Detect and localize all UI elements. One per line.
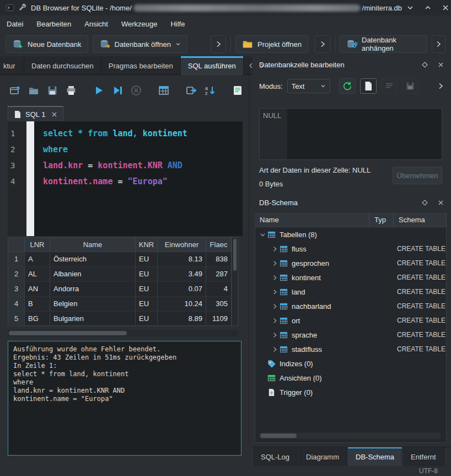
scrollbar-thumb[interactable]: [260, 434, 297, 438]
menu-item-bearbeiten[interactable]: Bearbeiten: [36, 20, 71, 28]
more-tools-button[interactable]: [437, 82, 444, 90]
menu-item-ansicht[interactable]: Ansicht: [84, 20, 108, 28]
new-database-button[interactable]: Neue Datenbank: [6, 35, 88, 53]
table-cell[interactable]: AL: [25, 267, 50, 282]
schema-item-land[interactable]: landCREATE TABLE: [255, 285, 447, 299]
mode-dropdown[interactable]: Text: [287, 79, 330, 93]
word-wrap-button[interactable]: [381, 78, 398, 94]
float-panel-icon[interactable]: [421, 199, 428, 206]
table-cell[interactable]: Bulgarien: [50, 312, 136, 327]
table-cell[interactable]: EU: [136, 267, 158, 282]
table-cell[interactable]: Andorra: [50, 282, 136, 297]
column-header-name[interactable]: Name: [50, 238, 136, 252]
toolbar-overflow-button-1[interactable]: [211, 35, 226, 53]
schema-item-gesprochen[interactable]: gesprochenCREATE TABLE: [255, 256, 447, 270]
close-button[interactable]: [441, 3, 450, 12]
open-project-button[interactable]: Projekt öffnen: [235, 35, 308, 53]
table-cell[interactable]: 305: [206, 297, 232, 312]
sort-button[interactable]: az: [203, 83, 217, 98]
scrollbar-thumb[interactable]: [9, 331, 127, 335]
close-panel-icon[interactable]: [437, 199, 444, 206]
execute-line-button[interactable]: [110, 83, 125, 98]
tab-ktur[interactable]: ktur: [0, 56, 24, 75]
maximize-button[interactable]: [423, 3, 432, 12]
attach-database-button[interactable]: Datenbank anhängen: [340, 35, 427, 53]
schema-item-kontinent[interactable]: kontinentCREATE TABLE: [255, 270, 447, 285]
dock-tab-sql-log[interactable]: SQL-Log: [253, 447, 298, 466]
scrollbar-thumb[interactable]: [233, 239, 237, 271]
save-sql-button[interactable]: [45, 83, 60, 98]
table-cell[interactable]: EU: [136, 282, 158, 297]
new-tab-button[interactable]: [8, 83, 22, 98]
schema-column-schema[interactable]: Schema: [394, 213, 447, 227]
open-database-button[interactable]: Datenbank öffnen: [93, 35, 187, 53]
menu-item-hilfe[interactable]: Hilfe: [170, 20, 185, 28]
schema-item-trigger-0[interactable]: Trigger (0): [255, 385, 447, 399]
save-cell-button[interactable]: [402, 78, 418, 94]
row-number[interactable]: 5: [8, 312, 25, 327]
table-cell[interactable]: EU: [136, 312, 158, 327]
schema-column-typ[interactable]: Typ: [369, 213, 394, 227]
schema-item-tabellen-8[interactable]: Tabellen (8): [255, 227, 447, 242]
table-cell[interactable]: Österreich: [50, 252, 136, 267]
text-mode-button[interactable]: [360, 78, 377, 94]
format-button[interactable]: [230, 83, 245, 98]
schema-item-indizes-0[interactable]: Indizes (0): [255, 356, 447, 371]
schema-item-nachbarland[interactable]: nachbarlandCREATE TABLE: [255, 299, 447, 313]
table-cell[interactable]: 838: [206, 252, 232, 267]
cell-value-editor[interactable]: NULL: [259, 108, 442, 160]
dock-tab-db-schema[interactable]: DB-Schema: [347, 447, 402, 466]
menu-item-datei[interactable]: Datei: [7, 20, 23, 28]
schema-hscrollbar[interactable]: [259, 432, 441, 439]
schema-column-name[interactable]: Name: [255, 213, 369, 227]
execution-log[interactable]: Ausführung wurde ohne Fehler beendet. Er…: [8, 341, 241, 456]
minimize-button[interactable]: [406, 3, 415, 12]
row-number[interactable]: 4: [8, 297, 25, 312]
titlebar[interactable]: DB Browser for SQLite - /home//miniterra…: [0, 0, 451, 15]
close-panel-icon[interactable]: [437, 61, 444, 68]
schema-item-ansichten-0[interactable]: Ansichten (0): [255, 371, 447, 385]
table-cell[interactable]: 3.49: [158, 267, 206, 282]
apply-button[interactable]: Übernehmen: [393, 167, 442, 184]
table-cell[interactable]: Belgien: [50, 297, 136, 312]
column-header-einwohner[interactable]: Einwohner: [158, 238, 206, 252]
row-number[interactable]: 3: [8, 282, 25, 297]
table-cell[interactable]: 8.89: [158, 312, 206, 327]
table-cell[interactable]: 287: [206, 267, 232, 282]
table-cell[interactable]: 8.13: [158, 252, 206, 267]
results-corner-cell[interactable]: [8, 238, 25, 252]
row-number[interactable]: 1: [8, 252, 25, 267]
code-line[interactable]: kontinent.name = "Europa": [43, 174, 168, 190]
table-cell[interactable]: AN: [25, 282, 50, 297]
print-button[interactable]: [64, 83, 78, 98]
tab-daten-durchsuchen[interactable]: Daten durchsuchen: [24, 56, 101, 75]
toolbar-overflow-button-2[interactable]: [315, 35, 330, 53]
table-cell[interactable]: 4: [206, 282, 232, 297]
column-header-lnr[interactable]: LNR: [25, 238, 50, 252]
float-panel-icon[interactable]: [421, 61, 428, 68]
execute-all-button[interactable]: [92, 83, 106, 98]
code-line[interactable]: land.knr = kontinent.KNR AND: [43, 158, 182, 174]
code-line[interactable]: select * from land, kontinent: [43, 126, 187, 142]
code-line[interactable]: where: [43, 142, 68, 158]
toolbar-overflow-button-3[interactable]: [432, 35, 445, 53]
table-cell[interactable]: EU: [136, 297, 158, 312]
sql-tab[interactable]: SQL 1: [8, 106, 63, 121]
stop-button[interactable]: [129, 83, 143, 98]
table-cell[interactable]: B: [25, 297, 50, 312]
menu-item-werkzeuge[interactable]: Werkzeuge: [121, 20, 158, 28]
results-vscrollbar[interactable]: [232, 238, 238, 325]
table-cell[interactable]: Albanien: [50, 267, 136, 282]
table-cell[interactable]: 0.07: [158, 282, 206, 297]
apply-changes-button[interactable]: [339, 78, 356, 94]
dock-tab-diagramm[interactable]: Diagramm: [298, 447, 347, 466]
results-hscrollbar[interactable]: [8, 330, 238, 336]
row-number[interactable]: 2: [8, 267, 25, 282]
open-sql-button[interactable]: [26, 83, 41, 98]
export-button[interactable]: [184, 83, 198, 98]
schema-item-fluss[interactable]: flussCREATE TABLE: [255, 242, 447, 256]
sql-editor[interactable]: 1select * from land, kontinent2where3lan…: [8, 121, 243, 236]
close-tab-icon[interactable]: [51, 111, 57, 117]
save-results-button[interactable]: [157, 83, 171, 98]
table-cell[interactable]: A: [25, 252, 50, 267]
